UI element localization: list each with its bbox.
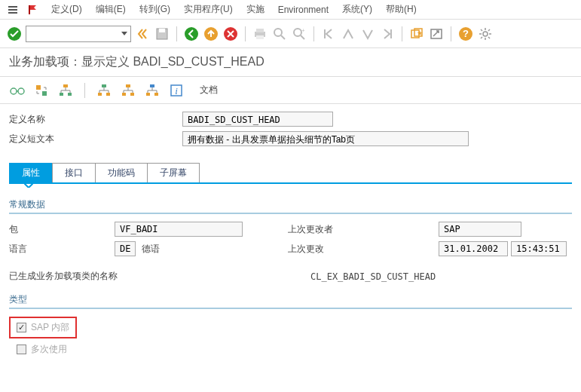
- svg-rect-36: [36, 85, 41, 90]
- find-next-icon[interactable]: +: [291, 26, 307, 42]
- menu-help[interactable]: 帮助(H): [380, 2, 423, 17]
- svg-rect-3: [29, 5, 30, 14]
- first-page-icon[interactable]: [320, 26, 337, 42]
- menu-system[interactable]: 系统(Y): [336, 2, 378, 17]
- separator: [313, 26, 314, 41]
- changed-on-date-field: 31.01.2002: [439, 241, 508, 256]
- menu-icon[interactable]: [6, 3, 20, 17]
- svg-line-30: [488, 37, 490, 38]
- svg-rect-47: [106, 93, 110, 96]
- prev-page-icon[interactable]: [340, 26, 356, 42]
- documentation-label[interactable]: 文档: [200, 84, 218, 96]
- back-icon[interactable]: [183, 26, 200, 42]
- hierarchy2-icon[interactable]: [96, 82, 112, 99]
- menu-bar: 定义(D) 编辑(E) 转到(G) 实用程序(U) 实施 Environment…: [0, 0, 581, 20]
- tab-strip: 属性 接口 功能码 子屏幕: [9, 163, 572, 182]
- sap-internal-label: SAP 内部: [31, 321, 69, 334]
- next-page-icon[interactable]: [359, 26, 376, 42]
- menu-implement[interactable]: 实施: [240, 2, 271, 17]
- multi-use-checkbox: [17, 345, 26, 354]
- info-icon[interactable]: i: [168, 82, 185, 99]
- svg-point-33: [11, 88, 17, 94]
- def-name-label: 定义名称: [9, 113, 182, 126]
- lang-label: 语言: [9, 243, 115, 256]
- separator: [176, 26, 177, 41]
- svg-line-31: [481, 37, 482, 38]
- svg-line-29: [481, 29, 482, 31]
- print-icon[interactable]: [252, 26, 268, 42]
- svg-rect-46: [98, 93, 102, 96]
- shortcut-icon[interactable]: [428, 26, 445, 42]
- cancel-icon[interactable]: [222, 26, 239, 42]
- type-title: 类型: [9, 293, 572, 306]
- svg-rect-37: [42, 91, 47, 96]
- command-field[interactable]: [26, 26, 131, 42]
- tab-subscreens[interactable]: 子屏幕: [147, 163, 200, 182]
- separator: [451, 26, 451, 41]
- def-short-label: 定义短文本: [9, 133, 182, 145]
- separator: [245, 26, 246, 41]
- svg-rect-38: [63, 84, 68, 87]
- svg-rect-12: [256, 35, 264, 39]
- svg-point-24: [483, 32, 488, 36]
- svg-text:★: ★: [417, 29, 423, 37]
- accept-icon[interactable]: [6, 26, 23, 42]
- svg-rect-6: [159, 29, 165, 32]
- save-icon[interactable]: [154, 26, 170, 42]
- group-line: [9, 308, 572, 309]
- menu-define[interactable]: 定义(D): [45, 2, 88, 17]
- svg-point-15: [294, 29, 301, 36]
- page-title: 业务加载项：显示定义 BADI_SD_CUST_HEAD: [0, 48, 581, 77]
- svg-line-32: [488, 29, 490, 31]
- group-line: [9, 213, 572, 214]
- gen-class-value: CL_EX_BADI_SD_CUST_HEAD: [310, 271, 436, 282]
- find-icon[interactable]: [271, 26, 288, 42]
- def-short-field: 拥有数据 - 出具发票单据抬头细节的Tab页: [182, 131, 469, 146]
- exit-icon[interactable]: [203, 26, 219, 42]
- tab-attributes[interactable]: 属性: [9, 163, 53, 182]
- svg-point-13: [274, 29, 282, 36]
- toggle-icon[interactable]: [33, 82, 50, 99]
- menu-utilities[interactable]: 实用程序(U): [178, 2, 239, 17]
- svg-rect-60: [146, 93, 150, 96]
- tab-function-codes[interactable]: 功能码: [95, 163, 148, 182]
- secondary-toolbar: i 文档: [0, 77, 581, 104]
- tab-notch: [24, 183, 33, 188]
- sap-internal-checkbox: [17, 323, 26, 332]
- form-area: 定义名称 BADI_SD_CUST_HEAD 定义短文本 拥有数据 - 出具发票…: [0, 104, 581, 158]
- separator: [402, 26, 402, 41]
- svg-text:i: i: [175, 85, 178, 96]
- last-page-icon[interactable]: [379, 26, 396, 42]
- settings-icon[interactable]: [477, 26, 494, 42]
- back-double-icon[interactable]: [134, 26, 151, 42]
- tab-underline: [9, 182, 572, 184]
- lang-name-label: 德语: [142, 243, 160, 256]
- lang-code-field: DE: [115, 241, 136, 256]
- general-data-group: 常规数据 包 VF_BADI 上次更改者 SAP 语言 DE 德语 上次更改 3…: [9, 198, 572, 283]
- glasses-icon[interactable]: [9, 82, 26, 99]
- new-session-icon[interactable]: ★: [408, 26, 425, 42]
- def-name-field: BADI_SD_CUST_HEAD: [182, 112, 333, 127]
- menu-goto[interactable]: 转到(G): [133, 2, 176, 17]
- help-icon[interactable]: ?: [457, 26, 474, 42]
- svg-line-14: [281, 35, 285, 39]
- svg-rect-59: [150, 84, 154, 87]
- hierarchy1-icon[interactable]: [57, 82, 74, 99]
- tab-interface[interactable]: 接口: [52, 163, 96, 182]
- hierarchy4-icon[interactable]: [144, 82, 161, 99]
- menu-edit[interactable]: 编辑(E): [90, 2, 132, 17]
- svg-rect-54: [130, 93, 134, 96]
- changed-on-label: 上次更改: [288, 243, 439, 256]
- svg-rect-61: [154, 93, 158, 96]
- svg-rect-45: [102, 84, 106, 87]
- changed-by-label: 上次更改者: [288, 223, 439, 236]
- svg-rect-53: [122, 93, 126, 96]
- svg-rect-40: [68, 93, 72, 96]
- hierarchy3-icon[interactable]: [120, 82, 136, 99]
- svg-rect-1: [8, 9, 17, 11]
- menu-environment[interactable]: Environment: [272, 3, 335, 17]
- flag-icon[interactable]: [26, 3, 39, 17]
- svg-rect-0: [8, 6, 17, 8]
- gen-class-label: 已生成业务加载项类的名称: [9, 270, 310, 283]
- svg-rect-52: [126, 84, 130, 87]
